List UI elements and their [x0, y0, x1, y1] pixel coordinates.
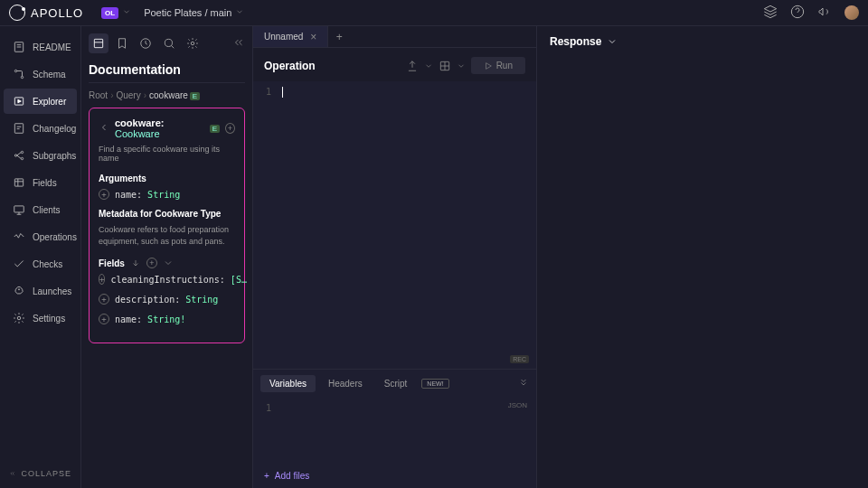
operation-title: Operation: [264, 60, 316, 72]
arguments-heading: Arguments: [99, 174, 235, 183]
megaphone-icon[interactable]: [817, 5, 832, 22]
crumb-query[interactable]: Query: [116, 90, 140, 100]
fields-heading: Fields: [99, 258, 125, 268]
response-chevron-icon[interactable]: [607, 36, 618, 47]
tab-headers[interactable]: Headers: [319, 375, 372, 392]
field-name: name:: [115, 314, 142, 324]
add-type-icon[interactable]: +: [225, 123, 235, 134]
sidebar-item-schema[interactable]: Schema: [4, 61, 77, 87]
operation-editor[interactable]: 1 REC: [253, 81, 536, 369]
svg-line-15: [17, 155, 22, 159]
sidebar-item-changelog[interactable]: Changelog: [4, 116, 77, 141]
field-row[interactable]: +name:String!: [99, 314, 235, 324]
add-arg-icon[interactable]: +: [99, 189, 109, 200]
bookmark-icon[interactable]: [112, 33, 132, 53]
sort-icon[interactable]: [130, 258, 141, 268]
export-chevron-icon[interactable]: [424, 61, 433, 70]
sidebar-item-checks[interactable]: Checks: [4, 251, 77, 277]
plus-icon: +: [264, 471, 269, 481]
field-row[interactable]: +description:String: [99, 294, 235, 305]
fields-chevron-icon[interactable]: [163, 258, 174, 268]
sidebar-item-subgraphs[interactable]: Subgraphs: [4, 143, 77, 168]
svg-point-4: [14, 70, 16, 71]
sidebar-label-settings: Settings: [33, 314, 65, 324]
new-badge: NEW!: [421, 379, 448, 389]
cube-icon[interactable]: [763, 5, 778, 22]
svg-point-12: [21, 151, 23, 153]
org-badge[interactable]: OL: [101, 7, 118, 19]
sidebar-item-operations[interactable]: Operations: [4, 224, 77, 249]
project-chevron-icon[interactable]: [235, 6, 244, 19]
tab-variables[interactable]: Variables: [260, 375, 316, 392]
workspace: Unnamed × + Operation Run 1 REC: [253, 26, 868, 488]
arg-name: name:: [115, 190, 142, 200]
sidebar-label-readme: README: [33, 42, 71, 52]
collapse-sidebar-button[interactable]: COLLAPSE: [0, 459, 80, 488]
search-icon[interactable]: [159, 33, 179, 53]
sidebar-item-launches[interactable]: Launches: [4, 278, 77, 304]
avatar[interactable]: [844, 5, 859, 20]
field-row[interactable]: +cleaningInstructions:[S…: [99, 274, 235, 285]
cursor: [282, 87, 283, 98]
line-number: 1: [253, 87, 271, 97]
run-button[interactable]: Run: [471, 57, 525, 74]
variables-panel: Variables Headers Script NEW! 1 JSON + A…: [253, 369, 536, 488]
add-tab-button[interactable]: +: [328, 26, 350, 47]
crumb-root[interactable]: Root: [89, 90, 108, 100]
sidebar-label-operations: Operations: [33, 232, 77, 242]
svg-rect-19: [14, 206, 24, 212]
add-field-icon[interactable]: +: [99, 274, 105, 285]
sidebar-item-explorer[interactable]: Explorer: [4, 89, 77, 114]
add-all-fields-icon[interactable]: +: [146, 258, 157, 268]
add-field-icon[interactable]: +: [99, 314, 109, 324]
sidebar-label-fields: Fields: [33, 178, 57, 188]
sidebar-item-readme[interactable]: README: [4, 34, 77, 60]
sidebar: README Schema Explorer Changelog Subgrap…: [0, 26, 81, 488]
table-icon[interactable]: [439, 60, 451, 72]
sidebar-label-schema: Schema: [33, 70, 66, 80]
svg-rect-8: [14, 124, 23, 134]
response-panel: Response: [537, 26, 868, 488]
add-files-button[interactable]: + Add files: [253, 464, 536, 488]
metadata-description: Cookware refers to food preparation equi…: [99, 224, 235, 247]
apollo-logo[interactable]: APOLLO: [9, 5, 83, 21]
sidebar-label-explorer: Explorer: [33, 97, 66, 107]
variables-editor[interactable]: 1 JSON: [253, 398, 536, 464]
json-badge: JSON: [508, 401, 527, 409]
org-chevron-icon[interactable]: [122, 6, 131, 19]
field-type: String!: [147, 314, 185, 324]
run-label: Run: [496, 61, 513, 70]
sidebar-item-settings[interactable]: Settings: [4, 305, 77, 331]
sidebar-item-fields[interactable]: Fields: [4, 170, 77, 195]
response-title: Response: [550, 35, 601, 48]
help-icon[interactable]: [790, 5, 805, 22]
tab-label: Unnamed: [264, 32, 303, 42]
field-type: [S…: [231, 275, 247, 285]
svg-point-22: [18, 289, 19, 290]
svg-point-5: [21, 76, 23, 78]
svg-line-28: [171, 45, 174, 48]
export-icon[interactable]: [406, 60, 419, 72]
back-arrow-icon[interactable]: [99, 122, 109, 135]
table-chevron-icon[interactable]: [457, 61, 466, 70]
svg-line-14: [17, 153, 22, 156]
doc-card: cookware: Cookware E + Find a specific c…: [89, 108, 245, 343]
sidebar-label-launches: Launches: [33, 286, 71, 296]
argument-row[interactable]: + name: String: [99, 189, 235, 200]
project-breadcrumb[interactable]: Poetic Plates / main: [144, 7, 231, 18]
svg-marker-7: [18, 99, 21, 103]
history-icon[interactable]: [136, 33, 156, 53]
sidebar-item-clients[interactable]: Clients: [4, 197, 77, 222]
field-name: cleaningInstructions:: [110, 275, 224, 285]
svg-rect-24: [94, 39, 102, 47]
doc-collapse-icon[interactable]: [232, 36, 245, 52]
doc-breadcrumbs: Root›Query›cookwareE: [89, 90, 245, 100]
logo-ring-icon: [9, 5, 25, 21]
add-field-icon[interactable]: +: [99, 294, 109, 305]
doc-view-icon[interactable]: [89, 33, 108, 53]
vars-collapse-icon[interactable]: [518, 377, 529, 390]
gear-icon[interactable]: [183, 33, 203, 53]
editor-tab[interactable]: Unnamed ×: [253, 26, 328, 47]
close-tab-icon[interactable]: ×: [310, 31, 316, 43]
tab-script[interactable]: Script: [375, 375, 417, 392]
